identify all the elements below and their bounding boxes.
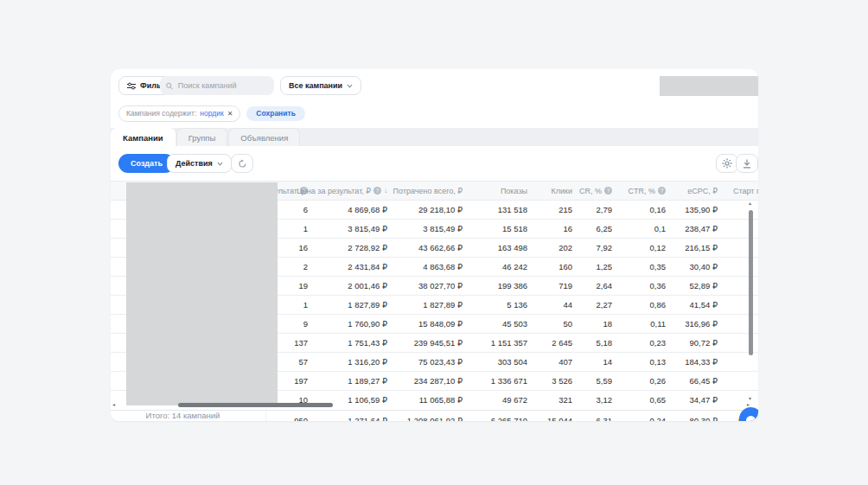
filter-chip[interactable]: Кампания содержит: нордик ✕	[118, 105, 240, 122]
redacted-account-area	[660, 76, 758, 96]
search-field[interactable]	[160, 76, 274, 95]
cell-clicks: 202	[538, 243, 583, 252]
cell-ecpc: 41,54 ₽	[676, 300, 728, 310]
cell-cr: 2,64	[583, 281, 622, 290]
cell-clicks: 407	[538, 357, 583, 367]
cell-ecpc: 66,45 ₽	[676, 376, 728, 386]
cell-impressions: 1 151 357	[473, 338, 538, 348]
cell-cr: 2,27	[583, 300, 622, 310]
cell-impressions: 15 518	[473, 224, 538, 233]
cell-ctr: 0,86	[622, 300, 676, 310]
cell-clicks: 2 645	[538, 338, 583, 348]
save-filter-button[interactable]: Сохранить	[246, 106, 305, 121]
cell-cost-per-result: 1 827,89 ₽	[318, 300, 398, 310]
redacted-campaign-names	[126, 182, 278, 405]
campaigns-table: Результат?Цена за результат, ₽?↓Потрачен…	[111, 181, 758, 421]
column-header-clicks[interactable]: Клики	[538, 187, 583, 195]
total-ctr: 0,24	[622, 416, 676, 422]
cell-cost-per-result: 2 001,46 ₽	[318, 281, 398, 290]
cell-clicks: 160	[538, 262, 583, 271]
cell-cost-per-result: 3 815,49 ₽	[318, 224, 398, 233]
horizontal-scroll-thumb[interactable]	[178, 403, 333, 407]
cell-ctr: 0,12	[622, 243, 676, 252]
campaign-scope-dropdown[interactable]: Все кампании	[280, 76, 361, 95]
scroll-left-icon[interactable]: ◂	[112, 402, 115, 407]
tab-ads[interactable]: Объявления	[228, 128, 300, 146]
tab-campaigns[interactable]: Кампании	[111, 128, 176, 146]
cell-ctr: 0,36	[622, 281, 676, 290]
total-cr: 6,31	[583, 416, 622, 422]
cell-cost-per-result: 1 760,90 ₽	[318, 319, 398, 329]
cell-ecpc: 30,40 ₽	[676, 262, 728, 271]
applied-filters-bar: Кампания содержит: нордик ✕ Сохранить	[111, 104, 758, 123]
refresh-icon	[238, 159, 247, 169]
cell-impressions: 199 386	[473, 281, 538, 290]
cell-spent-total: 43 662,66 ₽	[398, 243, 473, 252]
cell-ctr: 0,16	[622, 205, 676, 214]
column-label: eCPC, ₽	[687, 187, 718, 195]
cell-cost-per-result: 1 189,27 ₽	[318, 376, 398, 386]
column-header-cr[interactable]: CR, %?	[583, 187, 622, 195]
cell-spent-total: 75 023,43 ₽	[398, 357, 473, 367]
search-input[interactable]	[176, 80, 268, 91]
cell-clicks: 215	[538, 205, 583, 214]
total-spent-total: 1 208 061,92 ₽	[398, 416, 473, 422]
vertical-scrollbar[interactable]: ▴ ▾	[749, 202, 754, 408]
scroll-up-icon[interactable]: ▴	[749, 201, 751, 206]
cell-ecpc: 216,15 ₽	[676, 243, 728, 252]
cell-impressions: 1 336 671	[473, 376, 538, 386]
column-label: CTR, %	[629, 187, 656, 195]
column-header-spent-total[interactable]: Потрачено всего, ₽	[398, 187, 473, 195]
cell-spent-total: 239 945,51 ₽	[398, 338, 473, 348]
cell-impressions: 45 503	[473, 319, 538, 329]
close-icon[interactable]: ✕	[227, 110, 233, 118]
column-label: Старт пр	[733, 187, 758, 195]
cell-spent-total: 4 863,68 ₽	[398, 262, 473, 271]
column-header-cost-per-result[interactable]: Цена за результат, ₽?↓	[318, 187, 398, 195]
cell-impressions: 131 518	[473, 205, 538, 214]
cell-spent-total: 1 827,89 ₽	[398, 300, 473, 310]
cell-ecpc: 135,90 ₽	[676, 205, 728, 214]
cell-clicks: 3 526	[538, 376, 583, 386]
cell-cr: 2,79	[583, 205, 622, 214]
cell-cost-per-result: 2 728,92 ₽	[318, 243, 398, 252]
actions-toolbar: Создать Действия	[111, 146, 758, 181]
cell-cr: 5,59	[583, 376, 622, 386]
download-icon	[743, 159, 751, 169]
bulk-actions-dropdown[interactable]: Действия	[167, 154, 232, 173]
cell-cr: 6,25	[583, 224, 622, 233]
chevron-down-icon	[347, 84, 353, 88]
column-label: Показы	[501, 187, 527, 195]
cell-cr: 7,92	[583, 243, 622, 252]
export-button[interactable]	[736, 154, 758, 173]
cell-impressions: 5 136	[473, 300, 538, 310]
cell-spent-total: 15 848,09 ₽	[398, 319, 473, 329]
cell-spent-total: 234 287,10 ₽	[398, 376, 473, 386]
cell-impressions: 303 504	[473, 357, 538, 367]
info-icon: ?	[604, 187, 612, 195]
column-header-impressions[interactable]: Показы	[473, 187, 538, 195]
cell-clicks: 50	[538, 319, 583, 329]
bulk-actions-label: Действия	[176, 159, 213, 168]
cell-cost-per-result: 2 431,84 ₽	[318, 262, 398, 271]
cell-ecpc: 316,96 ₽	[676, 319, 728, 329]
column-header-ecpc[interactable]: eCPC, ₽	[676, 187, 728, 195]
total-cost-per-result: 1 271,64 ₽	[318, 416, 398, 422]
column-label: Цена за результат, ₽	[297, 187, 371, 195]
info-icon: ?	[373, 187, 381, 195]
column-header-start[interactable]: Старт пр	[728, 187, 758, 195]
tab-groups[interactable]: Группы	[176, 128, 228, 146]
cell-ctr: 0,23	[622, 338, 676, 348]
cell-impressions: 46 242	[473, 262, 538, 271]
cell-spent-total: 3 815,49 ₽	[398, 224, 473, 233]
cell-spent-total: 38 027,70 ₽	[398, 281, 473, 290]
vertical-scroll-thumb[interactable]	[749, 210, 753, 355]
scroll-down-icon[interactable]: ▾	[749, 396, 751, 401]
column-label: CR, %	[579, 187, 602, 195]
refresh-button[interactable]	[231, 154, 253, 173]
filter-chip-prefix: Кампания содержит:	[126, 109, 196, 118]
search-icon	[166, 82, 173, 90]
horizontal-scrollbar[interactable]: ◂ ▸	[111, 402, 750, 408]
column-header-ctr[interactable]: CTR, %?	[622, 187, 676, 195]
cell-clicks: 16	[538, 224, 583, 233]
